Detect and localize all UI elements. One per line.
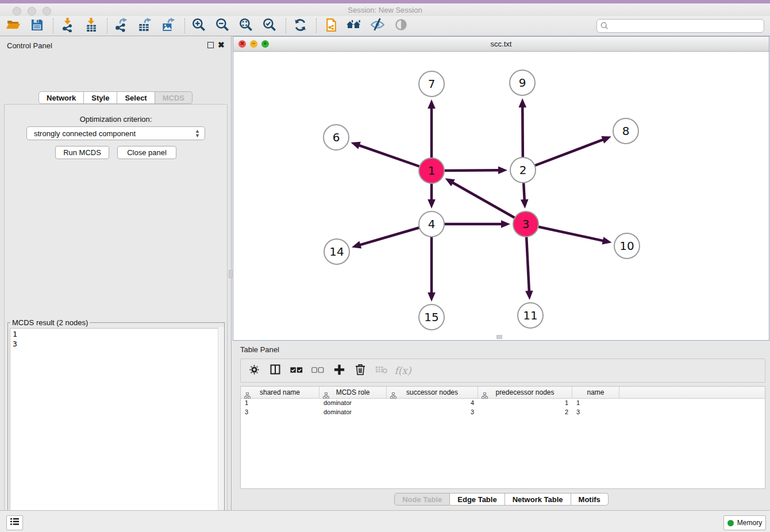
- table-tabs: Node Table Edge Table Network Table Moti…: [233, 493, 770, 506]
- column-header-name[interactable]: name: [572, 387, 619, 398]
- delete-columns-button[interactable]: [352, 362, 369, 379]
- graph-edge-arrow: [352, 241, 361, 248]
- float-panel-icon[interactable]: [207, 42, 214, 48]
- export-network-icon: [114, 17, 129, 34]
- eye-slash-icon: [370, 17, 385, 34]
- export-image-button[interactable]: [160, 17, 177, 34]
- fx-icon: f(x): [394, 365, 411, 376]
- close-panel-button[interactable]: Close panel: [117, 146, 176, 159]
- table-cell: 1: [478, 399, 572, 408]
- tab-network-table[interactable]: Network Table: [505, 493, 571, 506]
- function-builder-button: f(x): [394, 362, 411, 379]
- mcds-panel: Optimization criterion: strongly connect…: [4, 104, 228, 532]
- mcds-result-scrollbar[interactable]: [218, 327, 224, 532]
- network-file-button[interactable]: [322, 17, 339, 34]
- table-body: 1dominator4113dominator323: [241, 399, 765, 417]
- export-table-button[interactable]: [136, 17, 153, 34]
- tab-mcds[interactable]: MCDS: [155, 91, 192, 104]
- table-cell: dominator: [319, 408, 387, 417]
- graph-node-9[interactable]: 9: [509, 70, 536, 96]
- columns-icon: [270, 364, 281, 377]
- graph-node-4[interactable]: 4: [418, 211, 445, 237]
- graph-node-3[interactable]: 3: [513, 211, 539, 237]
- zoom-in-icon: [191, 17, 206, 34]
- first-neighbors-button[interactable]: [291, 17, 309, 34]
- home-icon: [346, 18, 362, 34]
- search-field[interactable]: [596, 19, 764, 33]
- zoom-selected-button[interactable]: [261, 17, 278, 34]
- selected-option: strongly connected component: [34, 129, 136, 138]
- mcds-result-fieldset: MCDS result (2 nodes) 1 3: [7, 318, 225, 532]
- graph-node-6[interactable]: 6: [323, 124, 349, 151]
- zoom-out-button[interactable]: [214, 17, 231, 34]
- table-cell: 3: [241, 408, 319, 417]
- hide-details-button[interactable]: [369, 17, 386, 34]
- open-session-button[interactable]: [5, 17, 22, 34]
- create-column-button[interactable]: [330, 362, 348, 379]
- column-visibility-button[interactable]: [267, 362, 284, 379]
- import-network-button[interactable]: [59, 17, 76, 34]
- memory-button[interactable]: Memory: [723, 515, 766, 530]
- network-window-titlebar[interactable]: ✕ − + scc.txt: [233, 37, 769, 52]
- tab-select[interactable]: Select: [117, 91, 155, 104]
- graph-node-11[interactable]: 11: [517, 302, 544, 329]
- graph-edges-layer: [233, 52, 769, 340]
- task-history-button[interactable]: [6, 515, 23, 530]
- optimization-criterion-select[interactable]: strongly connected component ▲▼: [26, 126, 205, 140]
- mcds-result-text[interactable]: 1 3: [10, 328, 221, 532]
- tab-network[interactable]: Network: [38, 91, 84, 104]
- mcds-result-title: MCDS result (2 nodes): [10, 318, 90, 327]
- graph-node-7[interactable]: 7: [418, 71, 445, 97]
- network-resize-handle[interactable]: [496, 335, 502, 339]
- graph-edge-arrow: [521, 199, 529, 209]
- select-stepper-icon: ▲▼: [195, 129, 200, 138]
- table-options-button[interactable]: [245, 362, 263, 379]
- graph-edge-arrow: [428, 292, 436, 302]
- zoom-fit-icon: [238, 17, 253, 34]
- deselect-all-rows-button[interactable]: [309, 362, 326, 379]
- import-table-button[interactable]: [82, 17, 99, 34]
- graph-node-14[interactable]: 14: [324, 238, 350, 265]
- window-title: Session: New Session: [0, 6, 770, 14]
- close-panel-icon[interactable]: ✖: [218, 40, 225, 49]
- zoom-in-button[interactable]: [190, 17, 207, 34]
- graph-edge-arrow: [602, 237, 612, 244]
- network-canvas[interactable]: 1234678910111415: [233, 52, 769, 340]
- toolbar-separator: [53, 18, 53, 33]
- panel-divider-handle[interactable]: [229, 270, 232, 278]
- select-all-rows-button[interactable]: [288, 362, 305, 379]
- table-row[interactable]: 3dominator323: [241, 408, 765, 417]
- column-header-successor-nodes[interactable]: successor nodes: [387, 387, 478, 398]
- tab-motifs[interactable]: Motifs: [571, 493, 609, 506]
- eye-gray-icon: [394, 17, 409, 34]
- column-header-MCDS-role[interactable]: MCDS role: [319, 387, 387, 398]
- table-row[interactable]: 1dominator411: [241, 399, 765, 408]
- show-graphics-details-button[interactable]: [392, 17, 410, 34]
- graph-edge-arrow: [518, 98, 526, 107]
- export-image-icon: [161, 17, 176, 34]
- refresh-icon: [293, 18, 307, 34]
- column-header-shared-name[interactable]: shared name: [241, 387, 319, 398]
- home-button[interactable]: [345, 17, 363, 34]
- graph-edge-arrow: [498, 166, 507, 174]
- open-folder-icon: [6, 18, 21, 34]
- control-panel-title: Control Panel: [7, 41, 52, 50]
- zoom-fit-button[interactable]: [237, 17, 255, 34]
- graph-node-15[interactable]: 15: [418, 304, 445, 330]
- search-input[interactable]: [609, 22, 764, 30]
- import-table-icon: [84, 18, 98, 34]
- tab-edge-table[interactable]: Edge Table: [450, 493, 505, 506]
- graph-node-2[interactable]: 2: [510, 157, 536, 183]
- run-mcds-button[interactable]: Run MCDS: [55, 146, 109, 159]
- column-label: MCDS role: [336, 388, 370, 396]
- graph-node-1[interactable]: 1: [418, 157, 445, 184]
- tab-node-table[interactable]: Node Table: [394, 493, 450, 506]
- search-icon: [600, 22, 609, 30]
- table-cell: 4: [387, 399, 478, 408]
- save-session-button[interactable]: [28, 17, 45, 34]
- tab-style[interactable]: Style: [84, 91, 117, 104]
- graph-node-10[interactable]: 10: [614, 233, 640, 259]
- column-header-predecessor-nodes[interactable]: predecessor nodes: [478, 387, 572, 398]
- export-network-button[interactable]: [113, 17, 130, 34]
- graph-node-8[interactable]: 8: [613, 118, 639, 144]
